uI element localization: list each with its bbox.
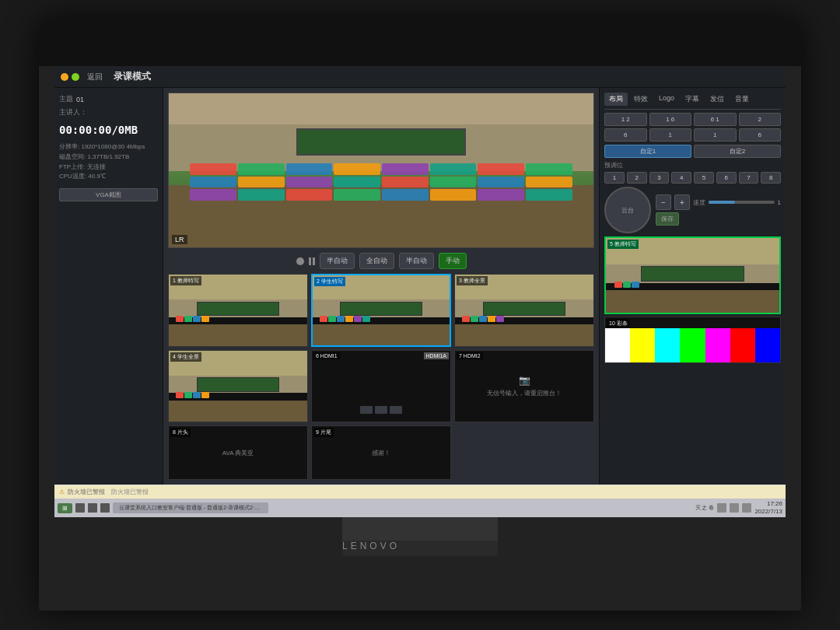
- zoom-minus-button[interactable]: −: [656, 194, 671, 210]
- tray-battery-icon[interactable]: [742, 503, 751, 513]
- mc-chair-1: [176, 316, 184, 322]
- layout-btn-2[interactable]: 2: [739, 113, 782, 126]
- chair-3: [286, 163, 333, 175]
- chair-18: [238, 189, 285, 201]
- cell-4-label: 4 学生全景: [170, 352, 201, 362]
- colorbar-content: [605, 328, 780, 362]
- preset-3[interactable]: 3: [649, 172, 670, 184]
- rc5-chairs: [614, 282, 771, 298]
- mc-chair-17: [184, 392, 192, 398]
- chair-20: [334, 189, 380, 201]
- hdmi-icon-1: [360, 406, 373, 414]
- minimize-dot[interactable]: [61, 73, 68, 81]
- layout-btn-1[interactable]: 1: [649, 128, 692, 142]
- preset-8[interactable]: 8: [761, 172, 781, 184]
- chair-10: [238, 177, 285, 188]
- tray-volume-icon[interactable]: [730, 503, 739, 513]
- chair-22: [430, 189, 477, 201]
- chair-13: [382, 177, 429, 188]
- preset-1[interactable]: 1: [604, 172, 625, 184]
- right-cell-5[interactable]: 5 教师特写: [604, 236, 781, 314]
- cb-red: [730, 328, 755, 362]
- chair-23: [478, 189, 524, 201]
- classroom-ceiling: [169, 93, 593, 124]
- speed-slider[interactable]: [709, 201, 775, 204]
- start-button[interactable]: ⊞: [58, 503, 72, 513]
- half-auto-button[interactable]: 半自动: [399, 253, 434, 269]
- layout-btn-12[interactable]: 1 2: [604, 113, 647, 126]
- tab-logo[interactable]: Logo: [654, 93, 679, 106]
- app-container: 返回 录课模式 主题 01 主讲人： 00:00:00/0MB: [54, 66, 786, 517]
- preset-section: 预调位 1 2 3 4 5 6 7 8: [604, 161, 781, 184]
- chair-8: [526, 163, 572, 175]
- taskbar-app-item[interactable]: 云课堂系统入口教室客户端·普通版 - 普通版2·录课模式2·录课模式: [113, 502, 268, 513]
- video-cell-8[interactable]: 8 片头 AVA 典美亚: [168, 425, 308, 480]
- rc5-chair-3: [632, 282, 639, 288]
- ftp-stat: FTP上传: 无连接: [59, 163, 158, 173]
- preset-2[interactable]: 2: [627, 172, 647, 184]
- classroom-board: [296, 128, 466, 156]
- cell-9-label: 9 片尾: [313, 428, 334, 437]
- manual-button[interactable]: 手动: [439, 253, 467, 269]
- video-cell-7[interactable]: 7 HDMI2 📷 无信号输入，请重启推台！: [454, 350, 594, 423]
- speed-value: 1: [778, 199, 781, 206]
- full-auto-button[interactable]: 全自动: [359, 253, 394, 269]
- cb-magenta: [705, 328, 730, 362]
- hdmi-icon-3: [390, 406, 402, 414]
- taskbar-icon-1[interactable]: [75, 503, 85, 513]
- video-cell-5[interactable]: 6 HDMI1 HDMI1A: [311, 350, 451, 423]
- notification-detail: 防火墙已警报: [111, 488, 149, 496]
- preset-6[interactable]: 6: [716, 172, 737, 184]
- ptz-section: 云台 − + 速度 1: [604, 187, 781, 233]
- custom-preset-1[interactable]: 自定1: [604, 145, 691, 158]
- layout-btn-6[interactable]: 6: [604, 128, 647, 142]
- tray-network-icon[interactable]: [717, 503, 726, 513]
- back-button[interactable]: 返回: [87, 72, 103, 82]
- system-clock: 17:26 2022/7/13: [754, 500, 782, 516]
- video-cell-3[interactable]: 3 教师全景: [454, 274, 594, 347]
- layout-btn-6b[interactable]: 6: [739, 128, 782, 142]
- layout-btn-1b[interactable]: 1: [694, 128, 737, 142]
- right-cell-colorbar[interactable]: 10 彩条: [604, 317, 781, 363]
- video-cell-2[interactable]: 2 学生特写: [311, 274, 451, 347]
- tab-audio[interactable]: 音量: [730, 93, 754, 106]
- preset-4[interactable]: 4: [671, 172, 691, 184]
- right-preview-cells: 5 教师特写: [604, 236, 781, 480]
- preset-7[interactable]: 7: [739, 172, 759, 184]
- preset-label: 预调位: [604, 161, 781, 170]
- mc-chairs-2: [320, 316, 443, 331]
- center-panel: LR 半自动 全自动 半自动 手动: [163, 88, 599, 485]
- zoom-plus-button[interactable]: +: [674, 194, 690, 210]
- video-cell-4[interactable]: 4 学生全景: [168, 350, 308, 423]
- monitor-screen: 返回 录课模式 主题 01 主讲人： 00:00:00/0MB: [54, 66, 786, 517]
- preview-classroom-bg: [169, 93, 593, 247]
- preset-5[interactable]: 5: [694, 172, 714, 184]
- video-cell-1[interactable]: 1 教师特写: [168, 274, 308, 347]
- tab-effects[interactable]: 特效: [629, 93, 653, 106]
- left-panel: 主题 01 主讲人： 00:00:00/0MB 分辨率: 1920*1080@3…: [54, 88, 163, 485]
- ptz-save-row: 保存: [656, 212, 781, 226]
- preview-controls: 半自动 全自动 半自动 手动: [168, 253, 594, 269]
- subject-value: 01: [76, 96, 84, 103]
- mc-chair-16: [176, 392, 184, 398]
- custom-preset-2[interactable]: 自定2: [694, 145, 781, 158]
- chair-9: [190, 177, 236, 188]
- taskbar-icon-3[interactable]: [100, 503, 110, 513]
- mc-chairs-3: [462, 316, 586, 331]
- rc5-chair-2: [623, 282, 631, 288]
- layout-btn-16a[interactable]: 1 6: [649, 113, 692, 126]
- taskbar-icon-2[interactable]: [88, 503, 97, 513]
- ptz-zoom-row: − + 速度 1: [656, 194, 781, 210]
- tab-mail[interactable]: 发信: [705, 93, 729, 106]
- maximize-dot[interactable]: [72, 73, 79, 81]
- layout-btn-61[interactable]: 6 1: [694, 113, 737, 126]
- cb-blue: [755, 328, 780, 362]
- save-preset-button[interactable]: 保存: [656, 212, 679, 226]
- ptz-joystick[interactable]: 云台: [604, 187, 651, 233]
- chair-24: [526, 189, 572, 201]
- video-cell-9[interactable]: 9 片尾 感谢！: [311, 425, 451, 480]
- tab-subtitle[interactable]: 字幕: [681, 93, 704, 106]
- tab-layout[interactable]: 布局: [604, 93, 628, 106]
- preview-button[interactable]: 半自动: [320, 253, 355, 269]
- vga-screenshot-button[interactable]: VGA截图: [59, 188, 158, 201]
